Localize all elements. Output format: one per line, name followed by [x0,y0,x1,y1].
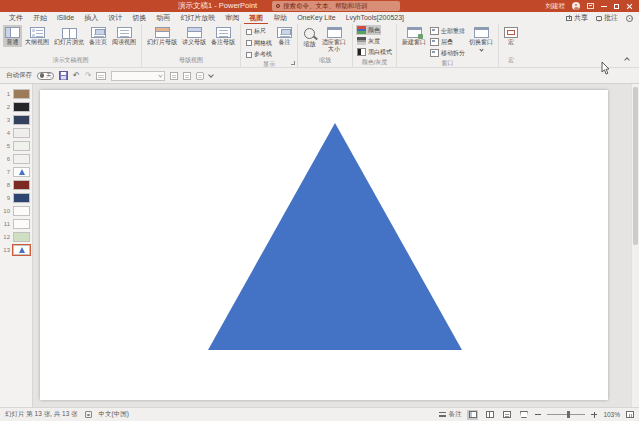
ribbon-tab[interactable]: OneKey Lite [292,12,341,24]
dialog-launcher-icon[interactable] [291,61,295,65]
slide-thumbnail[interactable]: 6 [0,152,32,165]
slide-number: 7 [3,169,10,175]
maximize-icon[interactable] [614,4,619,9]
slide-thumbnail[interactable]: 1 [0,87,32,100]
slide-thumbnail[interactable]: 4 [0,126,32,139]
zoom-slider[interactable] [547,411,585,419]
outline-view-button[interactable]: 大纲视图 [23,25,51,47]
ribbon-tab[interactable]: 文件 [4,12,28,24]
slideshow-from-start-icon[interactable] [96,72,106,80]
slide-counter: 幻灯片 第 13 张, 共 13 张 [5,410,78,419]
slide-thumbnail[interactable]: 12 [0,230,32,243]
zoom-slider-track [547,414,585,415]
accessibility-icon[interactable] [85,411,92,418]
qat-overflow-icon[interactable] [209,72,215,78]
thumbnail-triangle-shape [19,169,25,175]
close-icon[interactable] [626,3,633,10]
slide-thumbnail[interactable]: 3 [0,113,32,126]
slide-sorter-button[interactable]: 幻灯片浏览 [52,25,86,47]
slide-thumbnail[interactable]: 13 [0,243,32,256]
handout-master-icon [187,27,202,38]
reading-view-button-status[interactable] [501,410,512,420]
share-button[interactable]: 共享 [566,13,588,23]
normal-view-button[interactable]: 普通 [3,25,22,47]
ribbon-tab[interactable]: 帮助 [268,12,292,24]
normal-view-button-status[interactable] [467,410,478,420]
group-color-grayscale: 颜色 灰度 黑白模式 颜色/灰度 [353,24,397,67]
user-name[interactable]: 刘建程 [546,2,566,11]
ribbon-display-options-icon[interactable] [587,3,594,9]
zoom-button[interactable]: 缩放 [301,25,318,49]
slide-master-button[interactable]: 幻灯片母版 [145,25,179,47]
save-icon[interactable] [59,71,68,80]
ribbon-tab[interactable]: 插入 [79,12,103,24]
fit-slide-to-window-icon[interactable] [626,411,634,418]
notes-button[interactable]: 备注 [275,25,294,47]
notes-master-button[interactable]: 备注母版 [209,25,237,47]
move-split-button[interactable]: 移动拆分 [429,48,466,58]
undo-icon[interactable]: ↶ [73,71,80,81]
ribbon-tab[interactable]: 切换 [127,12,151,24]
feedback-smiley-icon[interactable] [626,15,633,22]
arrange-all-button[interactable]: 全部重排 [429,26,466,36]
slide-number: 13 [3,247,10,253]
switch-windows-button[interactable]: 切换窗口 [467,25,495,52]
slide-thumbnail-image [13,141,30,151]
status-bar: 幻灯片 第 13 张, 共 13 张 中文(中国) 备注 103% [0,407,639,421]
slide-thumbnail-panel[interactable]: 1 2 3 4 5 6 7 [0,84,33,407]
minimize-icon[interactable] [601,6,607,7]
slide-thumbnail[interactable]: 8 [0,178,32,191]
slide-thumbnail[interactable]: 5 [0,139,32,152]
slide-thumbnail[interactable]: 10 [0,204,32,217]
ribbon-tab[interactable]: 幻灯片放映 [175,12,220,24]
ribbon-tab[interactable]: 视图 [244,12,268,24]
black-white-button[interactable]: 黑白模式 [356,47,393,57]
qat-dropdown[interactable] [111,71,165,81]
scrollbar-thumb[interactable] [633,87,638,245]
slide[interactable] [40,90,608,400]
new-window-button[interactable]: 新建窗口 [400,25,428,47]
ruler-checkbox[interactable]: 标尺 [246,27,272,36]
vertical-scrollbar[interactable] [631,84,639,407]
ribbon-tab[interactable]: iSlide [52,12,79,24]
search-box[interactable]: 搜索命令、文本、帮助和培训 [272,1,400,11]
handout-master-button[interactable]: 讲义母版 [180,25,208,47]
slide-thumbnail[interactable]: 9 [0,191,32,204]
ribbon-tab[interactable]: 动画 [151,12,175,24]
zoom-level[interactable]: 103% [603,411,620,418]
notes-page-button[interactable]: 备注页 [87,25,109,47]
fit-to-window-button[interactable]: 适应窗口大小 [319,25,349,53]
reading-view-button[interactable]: 阅读视图 [110,25,138,47]
slideshow-button-status[interactable] [518,410,529,420]
collapse-ribbon-icon[interactable] [624,57,630,63]
grayscale-button[interactable]: 灰度 [356,36,381,46]
ribbon-tab[interactable]: 审阅 [220,12,244,24]
ribbon-tab[interactable]: LvyhTools[200523] [341,12,409,24]
guides-checkbox[interactable]: 参考线 [246,50,272,59]
ribbon-tab[interactable]: 设计 [103,12,127,24]
slide-thumbnail[interactable]: 11 [0,217,32,230]
gridlines-checkbox[interactable]: 网格线 [246,39,272,48]
reading-view-icon [117,27,132,38]
slide-thumbnail[interactable]: 7 [0,165,32,178]
zoom-in-icon[interactable] [591,412,597,418]
zoom-out-icon[interactable] [535,414,541,415]
slide-thumbnail[interactable]: 2 [0,100,32,113]
zoom-slider-thumb[interactable] [567,411,570,418]
autosave-toggle[interactable]: 关 [37,72,54,80]
slide-editing-canvas[interactable] [33,84,631,407]
comments-button[interactable]: 批注 [596,13,618,23]
user-avatar[interactable] [572,2,580,10]
color-button[interactable]: 颜色 [356,25,381,35]
qat-pen-icon[interactable] [196,72,204,80]
qat-icon-1[interactable] [170,72,178,80]
cascade-button[interactable]: 层叠 [429,37,454,47]
notes-toggle-button[interactable]: 备注 [439,410,461,419]
redo-icon[interactable]: ↷ [85,71,92,81]
macros-button[interactable]: 宏 [502,25,520,47]
language-indicator[interactable]: 中文(中国) [99,410,129,419]
slide-sorter-button-status[interactable] [484,410,495,420]
triangle-shape[interactable] [208,123,462,350]
ribbon-tab[interactable]: 开始 [28,12,52,24]
qat-icon-2[interactable] [183,72,191,80]
